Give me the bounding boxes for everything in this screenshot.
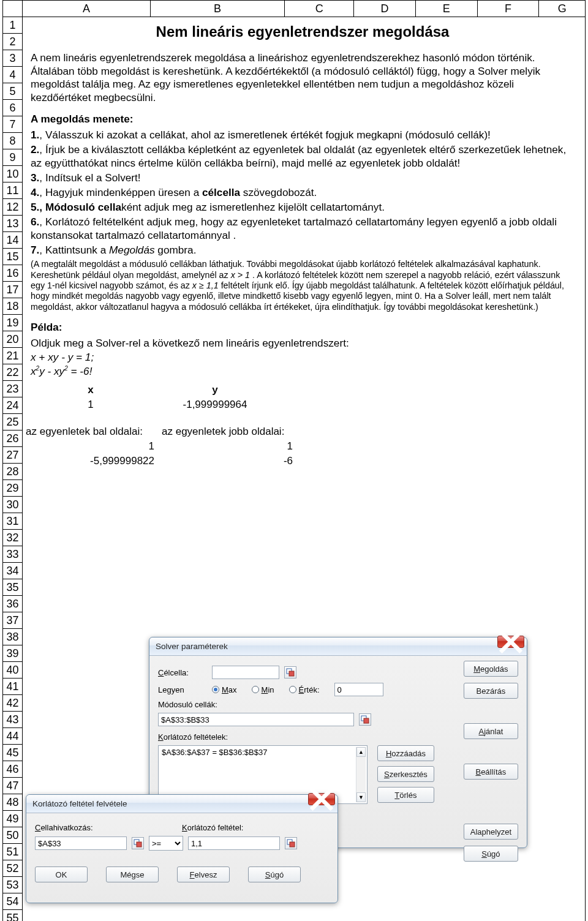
changing-cells-input[interactable] (158, 713, 354, 726)
constraint-item[interactable]: $A$36:$A$37 = $B$36:$B$37 (162, 748, 364, 757)
ok-button[interactable]: OK (35, 866, 88, 882)
scrollbar[interactable]: ▲ ▼ (356, 747, 366, 802)
row-header-15[interactable]: 15 (3, 249, 23, 265)
row-header-28[interactable]: 28 (3, 464, 23, 480)
row-header-9[interactable]: 9 (3, 149, 23, 166)
row-header-10[interactable]: 10 (3, 166, 23, 182)
constraint-value-input[interactable] (188, 836, 280, 850)
row-header-54[interactable]: 54 (3, 893, 23, 910)
row-header-45[interactable]: 45 (3, 745, 23, 761)
row-header-11[interactable]: 11 (3, 182, 23, 199)
step-5: 5., Módosuló cellaként adjuk meg az isme… (31, 200, 575, 214)
col-header-E[interactable]: E (415, 1, 477, 17)
row-header-27[interactable]: 27 (3, 447, 23, 464)
row-header-51[interactable]: 51 (3, 844, 23, 860)
row-header-38[interactable]: 38 (3, 629, 23, 645)
row-header-33[interactable]: 33 (3, 546, 23, 563)
step-1: 1., Válasszuk ki azokat a cellákat, ahol… (31, 128, 575, 141)
row-header-19[interactable]: 19 (3, 315, 23, 331)
radio-min[interactable]: Min (252, 685, 274, 694)
close-button[interactable]: Bezárás (464, 683, 518, 699)
row-header-12[interactable]: 12 (3, 199, 23, 216)
solver-titlebar[interactable]: Solver paraméterek (149, 637, 527, 656)
row-header-43[interactable]: 43 (3, 712, 23, 728)
row-header-32[interactable]: 32 (3, 530, 23, 546)
row-header-34[interactable]: 34 (3, 563, 23, 579)
row-header-52[interactable]: 52 (3, 860, 23, 877)
refedit-icon[interactable] (132, 837, 144, 849)
row-header-48[interactable]: 48 (3, 794, 23, 811)
row-header-35[interactable]: 35 (3, 579, 23, 596)
row-header-31[interactable]: 31 (3, 513, 23, 530)
row-header-46[interactable]: 46 (3, 761, 23, 778)
edit-constraint-button[interactable]: Szerkesztés (377, 766, 434, 782)
row-header-39[interactable]: 39 (3, 645, 23, 662)
close-icon[interactable] (308, 793, 335, 805)
col-header-A[interactable]: A (23, 1, 151, 17)
row-header-55[interactable]: 55 (3, 910, 23, 922)
reset-button[interactable]: Alaphelyzet (464, 824, 518, 840)
row-header-3[interactable]: 3 (3, 50, 23, 67)
radio-value[interactable]: Érték: (289, 685, 320, 694)
row-header-18[interactable]: 18 (3, 298, 23, 315)
row-header-5[interactable]: 5 (3, 83, 23, 100)
constraint-titlebar[interactable]: Korlátozó feltétel felvétele (26, 795, 337, 813)
refedit-icon[interactable] (359, 713, 371, 726)
options-button[interactable]: Beállítás (464, 764, 518, 780)
row-header-26[interactable]: 26 (3, 430, 23, 447)
col-header-C[interactable]: C (285, 1, 354, 17)
row-header-2[interactable]: 2 (3, 34, 23, 50)
row-header-36[interactable]: 36 (3, 596, 23, 612)
row-header-49[interactable]: 49 (3, 811, 23, 827)
row-header-53[interactable]: 53 (3, 877, 23, 893)
row-header-21[interactable]: 21 (3, 348, 23, 364)
row-header-50[interactable]: 50 (3, 827, 23, 844)
help-button[interactable]: Súgó (464, 846, 518, 862)
row-header-41[interactable]: 41 (3, 679, 23, 695)
row-header-20[interactable]: 20 (3, 331, 23, 348)
row-header-23[interactable]: 23 (3, 381, 23, 397)
add-button[interactable]: Felvesz (177, 866, 230, 882)
cancel-button[interactable]: Mégse (106, 866, 159, 882)
add-constraint-button[interactable]: Hozzáadás (377, 745, 434, 761)
row-header-44[interactable]: 44 (3, 728, 23, 745)
row-header-13[interactable]: 13 (3, 216, 23, 232)
row-header-4[interactable]: 4 (3, 67, 23, 83)
col-header-F[interactable]: F (477, 1, 539, 17)
col-header-B[interactable]: B (150, 1, 285, 17)
row-header-47[interactable]: 47 (3, 778, 23, 794)
row-header-30[interactable]: 30 (3, 497, 23, 513)
scroll-up-icon[interactable]: ▲ (356, 747, 366, 757)
radio-max[interactable]: Max (212, 685, 237, 694)
col-header-D[interactable]: D (354, 1, 416, 17)
help-button[interactable]: Súgó (248, 866, 301, 882)
refedit-icon[interactable] (285, 837, 297, 849)
col-header-G[interactable]: G (539, 1, 586, 17)
row-header-29[interactable]: 29 (3, 480, 23, 497)
cell-ref-input[interactable] (35, 836, 127, 850)
suggest-button[interactable]: Ajánlat (464, 723, 518, 739)
step-6: 6., Korlátozó feltételként adjuk meg, ho… (31, 215, 575, 242)
row-header-24[interactable]: 24 (3, 397, 23, 414)
row-header-17[interactable]: 17 (3, 282, 23, 298)
scroll-down-icon[interactable]: ▼ (356, 792, 366, 802)
row-header-16[interactable]: 16 (3, 265, 23, 282)
solve-button[interactable]: Megoldás (464, 661, 518, 677)
row-header-6[interactable]: 6 (3, 100, 23, 116)
step-7: 7., Kattintsunk a Megoldás gombra. (31, 243, 575, 257)
row-header-37[interactable]: 37 (3, 612, 23, 629)
target-cell-input[interactable] (212, 666, 279, 679)
close-icon[interactable] (497, 636, 524, 648)
row-header-40[interactable]: 40 (3, 662, 23, 679)
row-header-14[interactable]: 14 (3, 232, 23, 249)
operator-combo[interactable]: >= (149, 836, 183, 851)
row-header-42[interactable]: 42 (3, 695, 23, 712)
value-input[interactable] (334, 683, 383, 696)
row-header-1[interactable]: 1 (3, 17, 23, 34)
row-header-25[interactable]: 25 (3, 414, 23, 430)
refedit-icon[interactable] (284, 666, 296, 679)
row-header-22[interactable]: 22 (3, 364, 23, 381)
row-header-7[interactable]: 7 (3, 116, 23, 133)
delete-constraint-button[interactable]: Törlés (377, 787, 434, 803)
row-header-8[interactable]: 8 (3, 133, 23, 149)
